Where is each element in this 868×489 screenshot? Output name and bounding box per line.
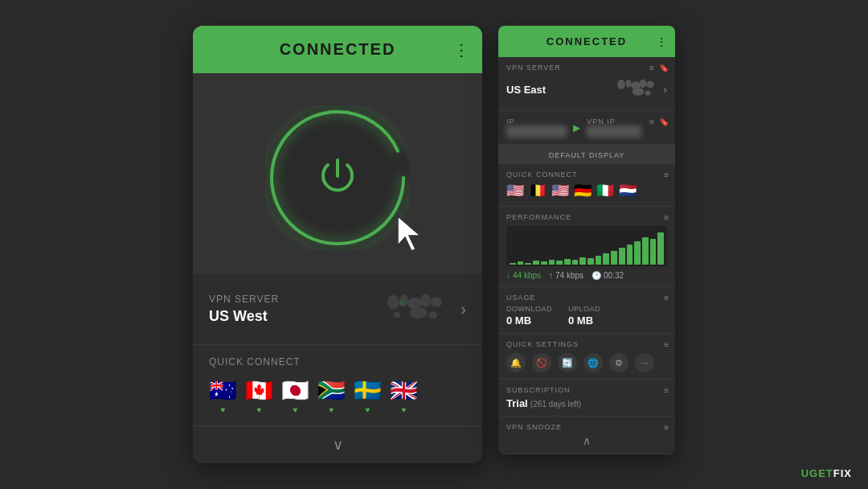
ip-label: IP	[506, 117, 567, 125]
svg-point-8	[428, 311, 437, 318]
flag-gb-heart: ♥	[402, 405, 407, 414]
default-display-text: DEFAULT DISPLAY	[549, 151, 625, 159]
quick-connect-right: ≡ QUICK CONNECT 🇺🇸 🇧🇪 🇺🇸 🇩🇪 🇮🇹 🇳🇱	[498, 164, 675, 207]
menu-icon-qc: ≡	[664, 171, 669, 179]
svg-point-11	[618, 80, 626, 89]
flag-r-nl[interactable]: 🇳🇱	[619, 182, 637, 199]
download-arrow-icon: ↓	[506, 271, 510, 280]
flag-item-2[interactable]: 🇯🇵 ♥	[281, 377, 309, 414]
ip-section: ≡ 🔖 IP 192.168.1.x ▶ VPN IP 10.0.0.xxx	[498, 111, 675, 145]
flag-r-us2[interactable]: 🇺🇸	[551, 182, 569, 199]
flag-item-5[interactable]: 🇬🇧 ♥	[390, 377, 418, 414]
vpn-snooze-section: ≡ VPN SNOOZE ∧	[498, 417, 675, 454]
subscription-section: ≡ SUBSCRIPTION Trial (261 days left)	[498, 380, 675, 417]
ip-arrow-icon: ▶	[573, 122, 580, 134]
qs-bell[interactable]: 🔔	[506, 353, 526, 372]
svg-point-2	[387, 295, 399, 310]
bar-18	[642, 237, 649, 265]
ip-value: 192.168.1.x	[506, 125, 567, 138]
perf-time: 🕐 00:32	[592, 271, 624, 280]
bar-7	[556, 261, 563, 265]
flag-za-heart: ♥	[330, 405, 334, 414]
flag-za: 🇿🇦	[317, 377, 346, 404]
qs-block[interactable]: 🚫	[532, 353, 551, 372]
vpn-server-name-left: US West	[209, 308, 279, 325]
bar-8	[564, 259, 571, 265]
svg-point-9	[393, 312, 400, 318]
bar-16	[627, 244, 633, 265]
subscription-days: (261 days left)	[530, 400, 581, 409]
quick-settings-label: QUICK SETTINGS	[506, 340, 667, 348]
quick-connect-label-right: QUICK CONNECT	[506, 171, 667, 179]
settings-icons-row: 🔔 🚫 🔄 🌐 ⚙ ···	[506, 353, 667, 372]
bar-11	[588, 258, 594, 265]
flag-au-heart: ♥	[221, 405, 226, 414]
watermark: UGETFIX	[801, 467, 852, 479]
bar-2	[518, 261, 524, 265]
section-icons-sub: ≡	[664, 386, 669, 395]
time-value: 00:32	[604, 271, 624, 280]
usage-label: USAGE	[506, 294, 667, 302]
default-display-bar: DEFAULT DISPLAY	[498, 145, 675, 164]
world-map-right	[612, 75, 660, 104]
bottom-chevron[interactable]: ∨	[193, 426, 482, 463]
flag-item-4[interactable]: 🇸🇪 ♥	[354, 377, 382, 414]
bar-4	[533, 261, 539, 265]
flag-r-it[interactable]: 🇮🇹	[596, 182, 614, 199]
vpn-server-map-area: ›	[379, 287, 466, 331]
snooze-chevron-up[interactable]: ∧	[506, 434, 667, 447]
qs-refresh[interactable]: 🔄	[558, 353, 577, 372]
flag-row-left: 🇦🇺 ♥ 🇨🇦 ♥ 🇯🇵 ♥ 🇿🇦 ♥ 🇸🇪 ♥	[209, 377, 466, 414]
subscription-label: SUBSCRIPTION	[506, 386, 667, 394]
svg-point-17	[645, 91, 651, 96]
performance-label: PERFORMANCE	[506, 213, 667, 221]
qs-gear[interactable]: ⚙	[609, 353, 628, 372]
subscription-info: Trial (261 days left)	[506, 397, 667, 409]
vpn-server-section-right[interactable]: ≡ 🔖 VPN SERVER US East	[498, 57, 675, 111]
upload-value: 74 kbps	[555, 271, 583, 280]
bookmark-icon-vpn: 🔖	[659, 64, 669, 72]
section-icons-ip: ≡ 🔖	[649, 117, 669, 126]
performance-section: ≡ PERFORMANCE	[498, 207, 675, 287]
flag-r-de[interactable]: 🇩🇪	[574, 182, 592, 199]
svg-point-7	[410, 307, 428, 318]
ip-local: IP 192.168.1.x	[506, 117, 567, 138]
section-icons-qs: ≡	[664, 340, 669, 349]
menu-dots-left[interactable]: ⋮	[453, 40, 469, 60]
usage-row: Download 0 MB Upload 0 MB	[506, 305, 667, 327]
qs-globe[interactable]: 🌐	[583, 353, 603, 372]
flag-r-be[interactable]: 🇧🇪	[529, 182, 547, 199]
flag-item-0[interactable]: 🇦🇺 ♥	[209, 377, 237, 414]
power-button-container[interactable]	[265, 105, 410, 250]
usage-upload: Upload 0 MB	[568, 305, 600, 327]
menu-dots-right[interactable]: ⋮	[656, 35, 667, 48]
flag-item-3[interactable]: 🇿🇦 ♥	[317, 377, 346, 414]
section-icons-snooze: ≡	[664, 423, 669, 432]
bar-17	[634, 241, 641, 265]
svg-marker-1	[398, 216, 420, 251]
svg-point-16	[633, 88, 644, 96]
menu-icon-vpn: ≡	[649, 64, 654, 72]
menu-icon-perf: ≡	[664, 213, 669, 222]
watermark-suffix: FIX	[833, 467, 852, 479]
flag-ca-heart: ♥	[257, 405, 262, 414]
bar-20	[657, 232, 664, 265]
power-section	[193, 73, 482, 274]
flag-au: 🇦🇺	[209, 377, 237, 404]
chevron-right-vpn: ›	[663, 83, 667, 96]
section-icons-usage: ≡	[664, 294, 669, 302]
chevron-right-left: ›	[461, 300, 466, 318]
flag-r-us1[interactable]: 🇺🇸	[506, 182, 524, 199]
vpn-server-section-left[interactable]: VPN SERVER US West ›	[193, 274, 482, 345]
ip-row: IP 192.168.1.x ▶ VPN IP 10.0.0.xxx	[506, 117, 667, 138]
clock-icon: 🕐	[592, 271, 601, 280]
qs-more[interactable]: ···	[635, 353, 654, 372]
subscription-type: Trial	[506, 397, 528, 409]
bar-10	[579, 257, 586, 265]
svg-point-18	[647, 84, 650, 87]
flag-item-1[interactable]: 🇨🇦 ♥	[245, 377, 273, 414]
watermark-prefix: UGET	[801, 467, 833, 479]
bar-14	[611, 251, 617, 265]
section-icons-qc: ≡	[664, 171, 669, 179]
quick-connect-label-left: QUICK CONNECT	[209, 356, 466, 368]
